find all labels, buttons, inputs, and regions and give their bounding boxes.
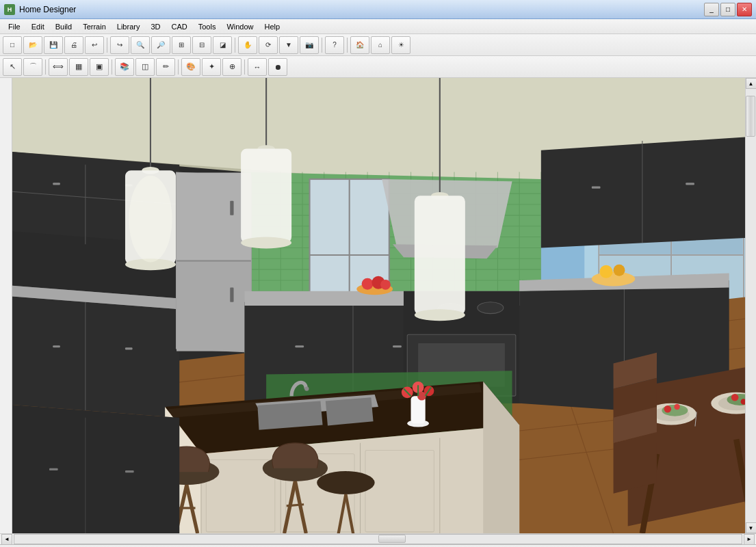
menu-item-terrain[interactable]: Terrain [77, 21, 112, 32]
redo-button[interactable]: ↪ [110, 36, 129, 54]
separator [322, 38, 322, 53]
separator [178, 59, 179, 75]
sun-button[interactable]: ☀ [391, 36, 410, 54]
svg-rect-78 [295, 345, 304, 347]
undo-button[interactable]: ↩ [85, 36, 104, 54]
new-button[interactable]: □ [3, 36, 22, 54]
svg-point-164 [731, 394, 739, 401]
menu-item-edit[interactable]: Edit [26, 21, 50, 32]
print-button[interactable]: 🖨 [64, 36, 83, 54]
house-button[interactable]: 🏠 [350, 36, 369, 54]
zoom-p-button[interactable]: ◪ [213, 36, 232, 54]
svg-rect-65 [53, 345, 60, 347]
open-button[interactable]: 📂 [23, 36, 42, 54]
svg-marker-131 [326, 397, 374, 425]
scroll-thumb-vertical[interactable] [746, 96, 755, 137]
svg-rect-174 [49, 468, 58, 470]
zoom-fit-button[interactable]: ⊞ [172, 36, 191, 54]
record-button[interactable]: ⏺ [268, 58, 287, 76]
svg-point-116 [415, 309, 465, 321]
scroll-track-vertical[interactable] [746, 89, 756, 522]
zoom-out-button[interactable]: 🔍 [131, 36, 150, 54]
svg-rect-74 [230, 288, 233, 302]
toolbar-1: □📂💾🖨↩↪🔍🔎⊞⊟◪✋⟳▼📷?🏠⌂☀ [0, 34, 756, 56]
menu-item-cad[interactable]: CAD [166, 21, 192, 32]
svg-point-85 [380, 280, 391, 290]
3d-viewport[interactable] [12, 78, 745, 533]
toolbar-2: ↖⌒⟺▦▣📚◫✏🎨✦⊕↔⏺ [0, 56, 756, 78]
svg-point-102 [614, 265, 625, 276]
svg-point-132 [304, 386, 309, 390]
scroll-thumb-horizontal[interactable] [378, 535, 406, 543]
separator [45, 59, 46, 75]
wall-type-button[interactable]: ▦ [69, 58, 88, 76]
svg-point-162 [664, 405, 672, 413]
svg-rect-175 [125, 470, 134, 472]
svg-point-108 [129, 176, 172, 263]
svg-rect-96 [686, 183, 694, 185]
separator [112, 59, 112, 75]
left-sidebar [0, 78, 12, 533]
save-button[interactable]: 💾 [44, 36, 63, 54]
scroll-right-arrow[interactable]: ► [744, 534, 755, 545]
paint-button[interactable]: ✏ [156, 58, 175, 76]
svg-rect-73 [230, 201, 233, 215]
svg-rect-70 [177, 172, 251, 261]
roof-button[interactable]: ⌂ [371, 36, 390, 54]
svg-point-90 [478, 302, 504, 314]
svg-point-163 [674, 404, 679, 410]
svg-rect-115 [415, 196, 465, 315]
menu-item-tools[interactable]: Tools [193, 21, 222, 32]
cabinet-button[interactable]: ▣ [90, 58, 109, 76]
scroll-left-arrow[interactable]: ◄ [1, 534, 12, 545]
svg-rect-111 [241, 149, 291, 243]
menu-item-window[interactable]: Window [221, 21, 259, 32]
svg-rect-71 [177, 262, 251, 351]
maximize-button[interactable]: □ [720, 3, 735, 16]
library-button[interactable]: 📚 [115, 58, 134, 76]
svg-point-112 [241, 237, 291, 249]
kitchen-scene [12, 78, 745, 533]
transform-button[interactable]: ↔ [248, 58, 267, 76]
right-scrollbar: ▲ ▼ [745, 78, 756, 533]
zoom-in-button[interactable]: 🔎 [151, 36, 170, 54]
nav-button[interactable]: ▼ [279, 36, 298, 54]
menu-item-file[interactable]: File [3, 21, 26, 32]
scroll-down-arrow[interactable]: ▼ [746, 522, 757, 533]
menu-item-build[interactable]: Build [50, 21, 77, 32]
svg-marker-93 [541, 136, 745, 248]
svg-line-149 [287, 505, 304, 506]
separator [244, 59, 245, 75]
window-title: Home Designer [19, 5, 704, 14]
help-button[interactable]: ? [325, 36, 344, 54]
move-button[interactable]: ⊕ [222, 58, 242, 76]
scroll-track-horizontal[interactable] [14, 534, 742, 544]
separator [107, 38, 107, 53]
svg-rect-134 [411, 396, 426, 423]
title-bar: H Home Designer _ □ ✕ [0, 0, 756, 19]
magic-wand-button[interactable]: ✦ [202, 58, 221, 76]
material-button[interactable]: 🎨 [181, 58, 200, 76]
polyline-button[interactable]: ⌒ [23, 58, 42, 76]
pan-button[interactable]: ✋ [238, 36, 257, 54]
menu-item-library[interactable]: Library [112, 21, 146, 32]
svg-rect-79 [393, 345, 402, 347]
select-button[interactable]: ↖ [3, 58, 22, 76]
svg-marker-130 [257, 401, 322, 430]
svg-rect-95 [592, 187, 601, 189]
texture-button[interactable]: ◫ [135, 58, 155, 76]
svg-point-100 [592, 271, 635, 286]
scroll-up-arrow[interactable]: ▲ [746, 78, 757, 89]
separator [347, 38, 348, 53]
close-button[interactable]: ✕ [737, 3, 752, 16]
dimension-button[interactable]: ⟺ [49, 58, 68, 76]
status-bar [0, 544, 756, 547]
menu-item-3d[interactable]: 3D [145, 21, 166, 32]
minimize-button[interactable]: _ [704, 3, 719, 16]
orbit-button[interactable]: ⟳ [259, 36, 278, 54]
main-area: ▲ ▼ [0, 78, 756, 533]
svg-marker-172 [12, 403, 179, 533]
zoom-win-button[interactable]: ⊟ [192, 36, 211, 54]
menu-item-help[interactable]: Help [259, 21, 286, 32]
cam-button[interactable]: 📷 [300, 36, 319, 54]
